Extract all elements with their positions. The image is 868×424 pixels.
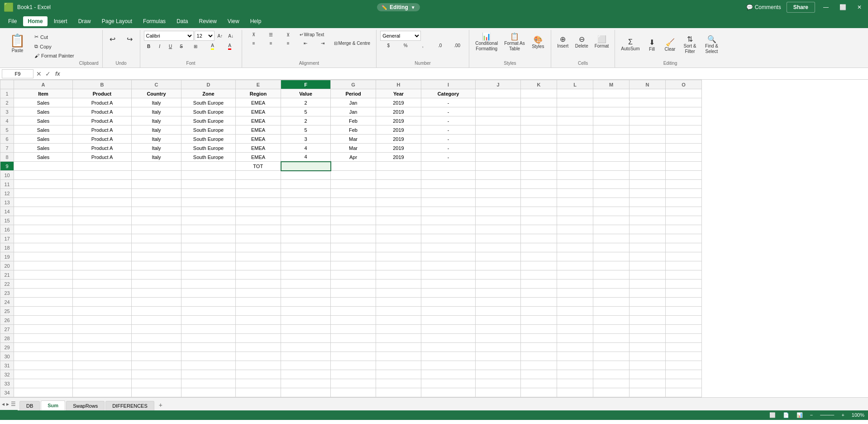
cell[interactable] — [14, 243, 73, 252]
cell[interactable] — [73, 388, 132, 397]
cell[interactable] — [236, 298, 281, 307]
menu-page-layout[interactable]: Page Layout — [97, 16, 137, 26]
cell[interactable] — [593, 352, 630, 361]
cell[interactable]: Italy — [132, 135, 181, 144]
formula-input[interactable] — [64, 69, 866, 78]
cell[interactable]: Mar — [331, 135, 376, 144]
cell[interactable] — [476, 153, 521, 162]
font-name-select[interactable]: Calibri — [144, 31, 194, 41]
row-header-9[interactable]: 9 — [0, 162, 14, 171]
cell[interactable] — [630, 361, 666, 370]
cell[interactable] — [236, 216, 281, 225]
cell[interactable]: 5 — [281, 107, 331, 116]
cell[interactable] — [14, 334, 73, 343]
cell[interactable] — [236, 388, 281, 397]
cell[interactable] — [331, 343, 376, 352]
cell[interactable] — [593, 89, 630, 98]
col-header-J[interactable]: J — [476, 80, 521, 89]
cell[interactable] — [630, 243, 666, 252]
cell[interactable] — [557, 279, 593, 289]
cell[interactable]: Feb — [331, 125, 376, 135]
cell[interactable] — [476, 270, 521, 279]
cell[interactable] — [666, 180, 702, 189]
cell[interactable] — [281, 307, 331, 316]
cell[interactable] — [376, 325, 421, 334]
cell[interactable] — [73, 316, 132, 325]
currency-button[interactable]: $ — [380, 42, 396, 49]
row-header-2[interactable]: 2 — [0, 98, 14, 107]
cell[interactable] — [593, 225, 630, 234]
cell[interactable] — [14, 189, 73, 198]
cell[interactable] — [521, 289, 557, 298]
cell[interactable] — [557, 207, 593, 216]
col-header-D[interactable]: D — [181, 80, 236, 89]
cell[interactable]: Value — [281, 89, 331, 98]
cell[interactable] — [376, 189, 421, 198]
cell[interactable] — [376, 343, 421, 352]
cell[interactable] — [421, 361, 476, 370]
cell[interactable]: 4 — [281, 144, 331, 153]
col-header-F[interactable]: F — [281, 80, 331, 89]
cell[interactable] — [630, 388, 666, 397]
restore-icon[interactable]: ⬜ — [837, 4, 849, 10]
cell[interactable] — [376, 180, 421, 189]
cell[interactable] — [630, 225, 666, 234]
cell[interactable] — [593, 388, 630, 397]
close-icon[interactable]: ✕ — [854, 4, 864, 10]
cell[interactable] — [14, 307, 73, 316]
cell[interactable] — [376, 270, 421, 279]
cell[interactable]: TOT — [236, 162, 281, 171]
cell[interactable] — [666, 171, 702, 180]
cell[interactable] — [331, 279, 376, 289]
cell[interactable] — [630, 379, 666, 388]
cell[interactable] — [666, 325, 702, 334]
cell[interactable] — [476, 225, 521, 234]
cell[interactable]: South Europe — [181, 107, 236, 116]
cell[interactable] — [593, 316, 630, 325]
cell[interactable] — [476, 216, 521, 225]
cell[interactable] — [630, 116, 666, 125]
cell[interactable]: 2 — [281, 98, 331, 107]
cell[interactable] — [73, 352, 132, 361]
cell[interactable] — [593, 307, 630, 316]
cell[interactable] — [181, 198, 236, 207]
cell[interactable] — [236, 198, 281, 207]
align-top-button[interactable]: ⊼ — [246, 31, 262, 39]
cell[interactable] — [557, 243, 593, 252]
cell[interactable] — [73, 270, 132, 279]
cell[interactable] — [666, 279, 702, 289]
cell[interactable]: - — [421, 144, 476, 153]
cell[interactable] — [421, 180, 476, 189]
cell[interactable] — [630, 325, 666, 334]
cell[interactable] — [376, 334, 421, 343]
cell[interactable] — [476, 325, 521, 334]
cell[interactable]: Sales — [14, 125, 73, 135]
cell[interactable] — [132, 352, 181, 361]
cell[interactable] — [331, 270, 376, 279]
cell[interactable] — [630, 98, 666, 107]
cell[interactable] — [521, 189, 557, 198]
cell[interactable] — [593, 343, 630, 352]
cell[interactable] — [73, 189, 132, 198]
font-size-select[interactable]: 12 — [195, 31, 215, 41]
decimal-increase-button[interactable]: .00 — [449, 42, 465, 49]
cell[interactable] — [476, 89, 521, 98]
cell[interactable] — [281, 325, 331, 334]
row-header-11[interactable]: 11 — [0, 180, 14, 189]
percent-button[interactable]: % — [397, 42, 414, 49]
cell[interactable] — [666, 207, 702, 216]
cell[interactable] — [331, 243, 376, 252]
cell[interactable] — [521, 388, 557, 397]
cell[interactable] — [421, 270, 476, 279]
cell[interactable] — [14, 316, 73, 325]
row-header-20[interactable]: 20 — [0, 261, 14, 270]
confirm-formula-icon[interactable]: ✓ — [44, 69, 52, 78]
cell[interactable] — [521, 352, 557, 361]
comma-button[interactable]: , — [415, 42, 431, 49]
row-header-24[interactable]: 24 — [0, 298, 14, 307]
cell[interactable]: Product A — [73, 116, 132, 125]
cell[interactable] — [476, 207, 521, 216]
cell[interactable] — [73, 252, 132, 261]
cell[interactable] — [236, 370, 281, 379]
cell[interactable] — [557, 334, 593, 343]
